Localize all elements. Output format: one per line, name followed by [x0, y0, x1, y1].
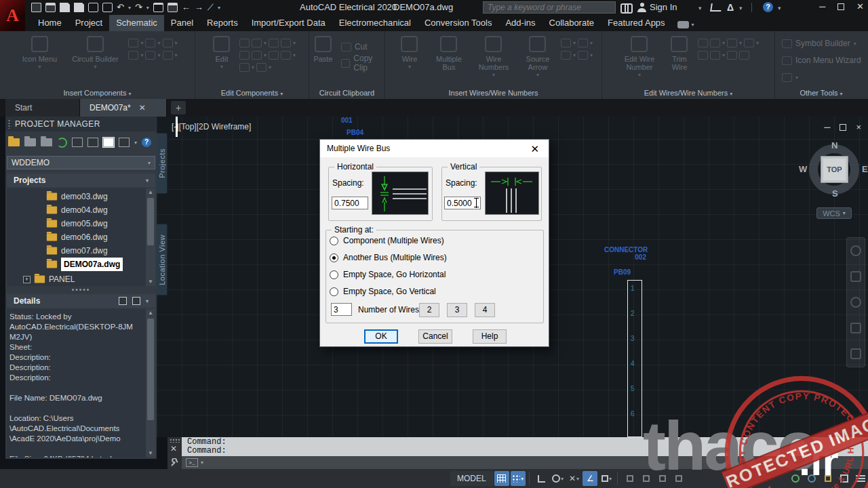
- model-space-button[interactable]: MODEL: [450, 471, 493, 486]
- command-prompt-icon[interactable]: >_: [186, 458, 198, 467]
- ribbon-display-toggle[interactable]: ▾: [672, 18, 700, 31]
- drawing-minimize-icon[interactable]: ─: [824, 122, 830, 132]
- tab-add-ins[interactable]: Add-ins: [498, 15, 542, 31]
- cut-button[interactable]: Cut: [341, 40, 384, 54]
- radio-icon[interactable]: [330, 287, 338, 296]
- qat-customize-icon[interactable]: ▾: [218, 5, 220, 11]
- database-editor-button[interactable]: ▾: [782, 70, 798, 84]
- icon-menu-wizard-button[interactable]: Icon Menu Wizard: [782, 54, 861, 67]
- scroll-thumb[interactable]: [147, 198, 154, 245]
- project-help-icon[interactable]: ?: [142, 138, 151, 147]
- bend-wire-icon[interactable]: [710, 51, 720, 60]
- wires-preset-4-button[interactable]: 4: [475, 303, 495, 317]
- recent-projects-icon[interactable]: [41, 138, 52, 146]
- redo-icon[interactable]: ↷: [135, 3, 142, 12]
- scroll-up-icon[interactable]: ▲: [146, 309, 155, 317]
- new-file-icon[interactable]: [31, 3, 41, 12]
- new-tab-button[interactable]: +: [171, 101, 186, 115]
- drawing-close-icon[interactable]: ×: [856, 122, 861, 132]
- edit-attributes-icon[interactable]: [239, 63, 250, 72]
- zoom-icon[interactable]: [850, 297, 861, 308]
- command-line-handle[interactable]: ✕: [167, 437, 182, 469]
- radio-icon[interactable]: [330, 270, 338, 279]
- palette-splitter[interactable]: •••••: [5, 287, 157, 293]
- ok-button[interactable]: OK: [364, 329, 398, 344]
- copy-clip-button[interactable]: Copy Clip: [341, 56, 384, 70]
- scroll-thumb[interactable]: [147, 319, 154, 420]
- radio-empty-space-go-vertical[interactable]: Empty Space, Go Vertical: [330, 287, 436, 296]
- file-tab-demo07a[interactable]: DEMO07a*✕: [80, 99, 167, 117]
- number-of-wires-input[interactable]: [331, 303, 352, 316]
- search-box[interactable]: [483, 1, 616, 14]
- save-as-icon[interactable]: [74, 3, 84, 12]
- project-wide-update-icon[interactable]: [87, 138, 98, 147]
- project-folder-icon[interactable]: [167, 3, 178, 12]
- help-icon[interactable]: ?: [763, 2, 773, 12]
- tree-item-demo06[interactable]: demo06.dwg: [46, 230, 108, 244]
- edit-wire-number-button[interactable]: Edit Wire Number▾: [618, 35, 661, 86]
- navigation-wheel-icon[interactable]: [850, 245, 861, 256]
- panel-label-circuit-clipboard[interactable]: Circuit Clipboard: [309, 89, 384, 97]
- radio-icon[interactable]: [330, 237, 338, 245]
- viewcube[interactable]: N W E S TOP WCS▾: [804, 141, 865, 222]
- scroll-up-icon[interactable]: ▲: [146, 188, 155, 197]
- autodesk-caret-icon[interactable]: ▾: [739, 5, 743, 12]
- ortho-mode-button[interactable]: [534, 471, 549, 486]
- wire-button[interactable]: Wire▾: [394, 35, 425, 86]
- side-tab-location-view[interactable]: Location View: [157, 224, 167, 296]
- panel-label-edit-wires[interactable]: Edit Wires/Wire Numbers ▾: [602, 89, 774, 97]
- symbol-builder-button[interactable]: Symbol Builder▾: [782, 37, 856, 50]
- details-scrollbar[interactable]: ▲ ▼: [146, 309, 155, 458]
- polar-tracking-button[interactable]: ▾: [551, 471, 566, 486]
- delete-component-icon[interactable]: [239, 39, 250, 47]
- command-close-icon[interactable]: ✕: [170, 444, 177, 453]
- multiple-insert-icon[interactable]: [128, 39, 138, 47]
- sign-in-button[interactable]: Sign In: [650, 2, 677, 12]
- icon-menu-button[interactable]: Icon Menu▾: [17, 35, 62, 86]
- panel-label-insert-wires[interactable]: Insert Wires/Wire Numbers: [385, 89, 601, 97]
- share-icon[interactable]: ⟋: [208, 3, 214, 12]
- details-preview-icon[interactable]: [119, 297, 127, 305]
- object-snap-button[interactable]: ▾: [599, 471, 614, 486]
- insert-plc-icon[interactable]: [145, 39, 155, 47]
- project-manager-title[interactable]: PROJECT MANAGER: [5, 117, 157, 131]
- move-attr-icon[interactable]: [256, 63, 267, 72]
- panel-label-edit-components[interactable]: Edit Components ▾: [195, 89, 309, 97]
- viewcube-top-face[interactable]: TOP: [821, 156, 848, 183]
- insert-connector-icon[interactable]: [163, 39, 173, 47]
- scroll-down-icon[interactable]: ▼: [146, 278, 155, 286]
- details-image-icon[interactable]: [132, 297, 140, 305]
- restore-button[interactable]: [837, 3, 844, 10]
- tab-import-export-data[interactable]: Import/Export Data: [245, 15, 332, 31]
- paste-button[interactable]: Paste: [309, 35, 337, 86]
- open-project-icon[interactable]: [8, 138, 20, 146]
- drawing-restore-icon[interactable]: [840, 124, 846, 131]
- wires-preset-3-button[interactable]: 3: [447, 303, 467, 317]
- isometric-drafting-button[interactable]: ✕▾: [566, 471, 581, 486]
- tab-project[interactable]: Project: [68, 15, 109, 31]
- insert-component-icon[interactable]: [145, 51, 155, 60]
- command-grip[interactable]: [170, 439, 180, 443]
- viewcube-south[interactable]: S: [832, 188, 838, 199]
- check-wire-icon[interactable]: [727, 51, 737, 60]
- surfer-icon[interactable]: [281, 39, 291, 47]
- toolbar-caret-icon[interactable]: ▾: [134, 140, 137, 146]
- ladder-icon[interactable]: [561, 39, 571, 47]
- attributes-icon[interactable]: [281, 51, 291, 60]
- tab-schematic[interactable]: Schematic: [109, 15, 164, 31]
- swap-icon[interactable]: [269, 39, 279, 47]
- projects-tree-header[interactable]: Projects▾: [7, 174, 155, 187]
- sign-in-caret-icon[interactable]: ▾: [698, 5, 702, 12]
- insert-terminal-icon[interactable]: [128, 51, 138, 60]
- dialog-title-bar[interactable]: Multiple Wire Bus ✕: [320, 140, 549, 157]
- wcs-dropdown[interactable]: WCS▾: [816, 207, 852, 219]
- tab-featured-apps[interactable]: Featured Apps: [601, 15, 672, 31]
- insert-switch-icon[interactable]: [163, 51, 173, 60]
- tab-panel[interactable]: Panel: [164, 15, 200, 31]
- pan-icon[interactable]: [850, 271, 861, 282]
- tab-electromechanical[interactable]: Electromechanical: [332, 15, 418, 31]
- tab-collaborate[interactable]: Collaborate: [542, 15, 601, 31]
- command-recent-caret-icon[interactable]: ▾: [201, 460, 203, 466]
- radio-empty-space-go-horizontal[interactable]: Empty Space, Go Horizontal: [330, 270, 446, 279]
- tree-item-panel[interactable]: +PANEL: [23, 272, 75, 286]
